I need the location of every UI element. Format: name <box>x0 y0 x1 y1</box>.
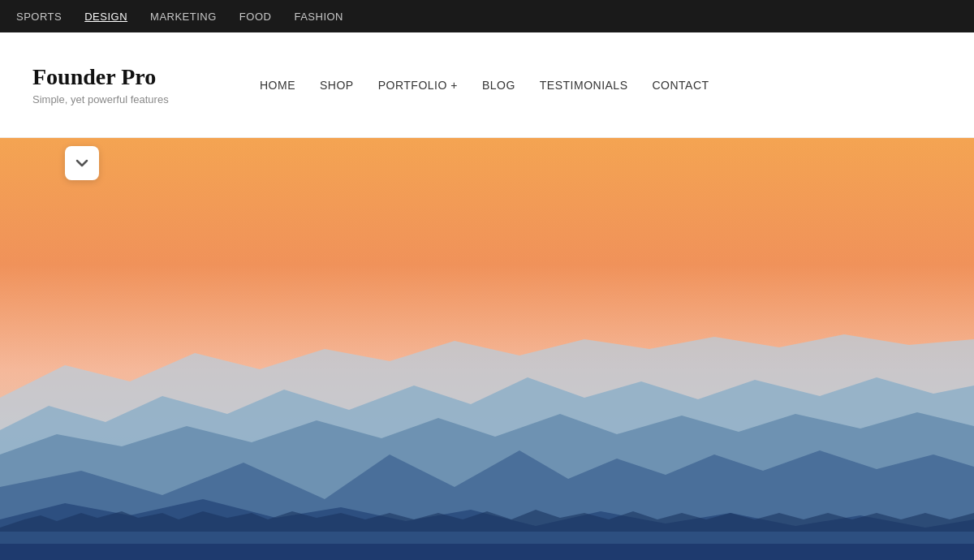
topbar-link-sports[interactable]: SPORTS <box>16 11 62 23</box>
topbar-link-design[interactable]: DESIGN <box>84 11 127 23</box>
nav-link-home[interactable]: HOME <box>260 79 295 92</box>
nav-item-home[interactable]: HOME <box>260 78 295 93</box>
topbar-link-food[interactable]: FOOD <box>239 11 272 23</box>
nav-link-shop[interactable]: SHOP <box>320 79 354 92</box>
nav-item-shop[interactable]: SHOP <box>320 78 354 93</box>
hero-background <box>0 138 974 560</box>
hero-section <box>0 138 974 560</box>
nav-item-contact[interactable]: CONTACT <box>653 78 709 93</box>
chevron-down-icon <box>75 156 89 170</box>
main-nav: HOME SHOP PORTFOLIO + BLOG TESTIMONIALS … <box>260 78 709 93</box>
top-bar-nav: SPORTS DESIGN MARKETING FOOD FASHION <box>16 9 343 24</box>
nav-item-blog[interactable]: BLOG <box>482 78 515 93</box>
scroll-down-button[interactable] <box>65 146 99 180</box>
logo-area: Founder Pro Simple, yet powerful feature… <box>32 64 211 106</box>
site-logo[interactable]: Founder Pro <box>32 64 211 90</box>
nav-item-testimonials[interactable]: TESTIMONIALS <box>540 78 628 93</box>
nav-item-portfolio[interactable]: PORTFOLIO + <box>378 78 458 93</box>
nav-link-testimonials[interactable]: TESTIMONIALS <box>540 79 628 92</box>
nav-link-portfolio[interactable]: PORTFOLIO + <box>378 79 458 92</box>
topbar-item-fashion[interactable]: FASHION <box>294 9 343 24</box>
topbar-link-marketing[interactable]: MARKETING <box>150 11 217 23</box>
topbar-item-food[interactable]: FOOD <box>239 9 272 24</box>
top-bar: SPORTS DESIGN MARKETING FOOD FASHION <box>0 0 974 32</box>
site-tagline: Simple, yet powerful features <box>32 93 211 106</box>
nav-link-blog[interactable]: BLOG <box>482 79 515 92</box>
topbar-item-design[interactable]: DESIGN <box>84 9 127 24</box>
nav-link-contact[interactable]: CONTACT <box>653 79 709 92</box>
site-header: Founder Pro Simple, yet powerful feature… <box>0 32 974 138</box>
topbar-item-sports[interactable]: SPORTS <box>16 9 62 24</box>
topbar-link-fashion[interactable]: FASHION <box>294 11 343 23</box>
topbar-item-marketing[interactable]: MARKETING <box>150 9 217 24</box>
svg-rect-6 <box>0 544 974 560</box>
